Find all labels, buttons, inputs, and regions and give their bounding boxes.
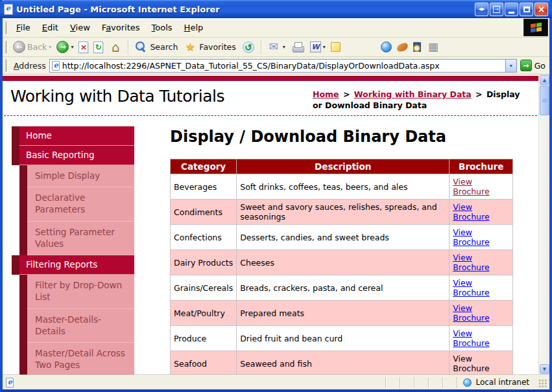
address-input[interactable]: http://localhost:2296/ASPNET_Data_Tutori… [49,59,517,73]
status-pane [428,377,442,388]
msn-button[interactable] [378,40,394,54]
column-header-description: Description [237,159,450,174]
minimize-button[interactable] [505,3,518,16]
chevron-down-icon[interactable]: ▾ [71,44,73,50]
brochure-text: View Brochure [453,354,489,373]
sidebar-item-master-details-details[interactable]: Master-Details-Details [19,309,134,343]
ie-logo-icon [4,4,13,15]
brochure-cell: View Brochure [450,200,513,225]
history-button[interactable]: ↺ [239,39,258,56]
toolbar-grip[interactable] [5,41,7,54]
star-icon: ★ [183,40,197,54]
refresh-button[interactable]: ↻ [91,40,106,54]
go-button[interactable]: → Go [520,60,546,71]
indent-strip [19,343,27,375]
chevron-down-icon[interactable]: ▾ [323,44,326,50]
history-icon: ↺ [241,40,256,54]
indent-strip [19,222,27,255]
menu-tools[interactable]: Tools [146,20,178,35]
sidebar-item-setting-parameter-values[interactable]: Setting Parameter Values [19,222,134,255]
sidebar-item-label: Master-Details-Details [27,309,134,343]
research-button[interactable] [411,41,424,53]
mail-button[interactable]: ✉▾ [264,39,288,56]
view-brochure-link[interactable]: View Brochure [453,227,489,247]
search-button[interactable]: Search [131,39,180,56]
sidebar-item-basic-reporting[interactable]: Basic Reporting [12,146,134,165]
favorites-button[interactable]: ★Favorites [180,39,238,56]
close-button[interactable]: × [534,3,548,16]
back-button[interactable]: ←Back▾ [10,40,54,54]
sidebar-item-simple-display[interactable]: Simple Display [19,165,134,187]
sidebar-item-declarative-parameters[interactable]: Declarative Parameters [19,187,134,221]
notes-button[interactable] [328,41,343,53]
sidebar-item-filtering-reports[interactable]: Filtering Reports [12,255,134,275]
table-row: SeafoodSeaweed and fishView Brochure [171,351,513,375]
view-brochure-link[interactable]: View Brochure [453,303,489,323]
vertical-scrollbar[interactable]: ▲ ▼ [538,75,549,375]
mail-icon: ✉ [267,40,281,54]
table-row: Meat/PoultryPrepared meatsView Brochure [171,301,513,326]
menu-favorites[interactable]: Favorites [96,20,146,35]
description-cell: Cheeses [237,250,450,275]
breadcrumb-working-with-binary-data[interactable]: Working with Binary Data [354,89,472,99]
zone-label: Local intranet [475,378,529,387]
toolbar-grip[interactable] [5,59,7,72]
toolbar-separator [128,40,128,54]
menu-bar: FileEditViewFavoritesToolsHelp [3,18,549,38]
description-cell: Desserts, candies, and sweet breads [237,225,450,250]
indent-strip [19,165,27,187]
sidebar-item-filter-by-drop-down-list[interactable]: Filter by Drop-Down List [19,275,134,308]
category-cell: Grains/Cereals [171,275,237,301]
indent-strip [12,255,19,275]
research-icon [413,42,421,52]
nav-arrows-button[interactable]: ◀▶ [475,3,488,16]
print-button[interactable] [288,39,307,56]
description-cell: Soft drinks, coffees, teas, beers, and a… [237,174,450,200]
popout-button[interactable]: → [490,3,503,16]
menu-edit[interactable]: Edit [36,20,64,35]
ie-page-icon [52,61,60,71]
favorites-button-label: Favorites [199,42,235,52]
address-dropdown-button[interactable]: ▾ [505,60,516,72]
forward-button[interactable]: →▾ [54,40,76,54]
window-title: Untitled Page - Microsoft Internet Explo… [16,5,472,14]
forward-circle-icon: → [56,41,69,53]
sidebar-item-label: Master/Detail Across Two Pages [27,343,134,375]
view-brochure-link[interactable]: View Brochure [453,177,489,196]
scroll-down-button[interactable]: ▼ [540,364,549,374]
status-panes [385,377,457,388]
breadcrumb-home[interactable]: Home [313,89,339,99]
sidebar-item-home[interactable]: Home [12,126,134,146]
table-row: CondimentsSweet and savory sauces, relis… [171,200,513,225]
view-brochure-link[interactable]: View Brochure [453,202,489,222]
scroll-up-button[interactable]: ▲ [540,75,549,85]
menu-file[interactable]: File [10,20,36,35]
maximize-icon [523,6,530,12]
toolbar-grip[interactable] [5,21,7,34]
maximize-button[interactable] [520,3,533,16]
category-cell: Seafood [171,351,237,375]
nav-arrows-icon: ◀▶ [479,6,485,12]
menu-view[interactable]: View [64,20,96,35]
page-title: Display / Download Binary Data [170,128,521,146]
description-cell: Seaweed and fish [237,351,450,375]
edit-word-button[interactable]: W▾ [307,40,328,54]
resize-grip[interactable] [538,379,547,388]
stop-button[interactable]: × [76,40,91,54]
view-brochure-link[interactable]: View Brochure [453,329,489,348]
home-button[interactable]: ⌂ [106,39,125,56]
messenger-button[interactable]: ▦ [424,39,443,56]
sidebar-item-master-detail-across-two-pages[interactable]: Master/Detail Across Two Pages [19,343,134,375]
view-brochure-link[interactable]: View Brochure [453,253,489,272]
addon-button[interactable] [394,42,411,52]
view-brochure-link[interactable]: View Brochure [453,278,489,297]
chevron-down-icon[interactable]: ▾ [49,44,51,50]
title-bar[interactable]: Untitled Page - Microsoft Internet Explo… [0,0,552,18]
scrollbar-thumb[interactable] [540,86,549,115]
chevron-down-icon[interactable]: ▾ [283,44,285,50]
menu-help[interactable]: Help [178,20,210,35]
page-top-bar [3,76,538,81]
category-cell: Produce [171,326,237,351]
description-cell: Sweet and savory sauces, relishes, sprea… [237,200,450,225]
breadcrumb-separator: > [341,89,353,99]
